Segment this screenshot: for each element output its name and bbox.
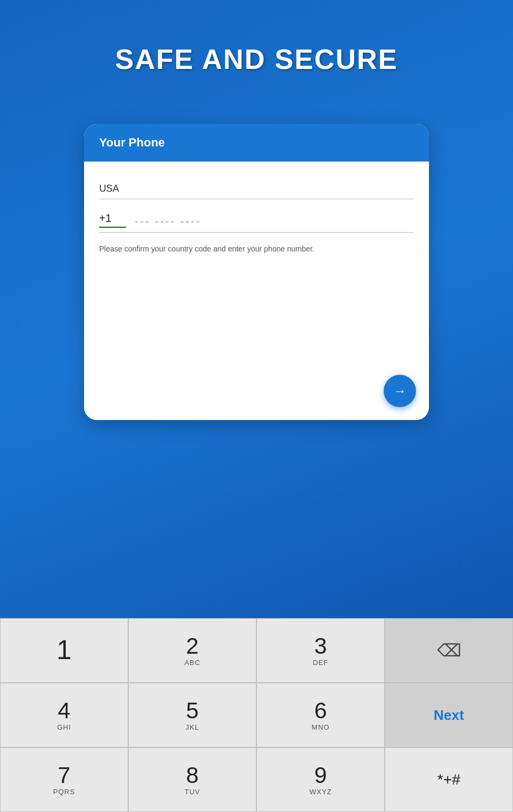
arrow-icon: →	[393, 383, 406, 398]
delete-icon: ⌫	[437, 640, 461, 661]
key-symbols[interactable]: *+#	[385, 747, 513, 812]
next-fab-button[interactable]: →	[384, 375, 416, 407]
key-7[interactable]: 7 PQRS	[0, 747, 128, 812]
card-header-title: Your Phone	[99, 136, 165, 149]
key-6[interactable]: 6 MNO	[256, 683, 385, 747]
help-text: Please confirm your country code and ent…	[99, 243, 414, 255]
key-9[interactable]: 9 WXYZ	[256, 747, 385, 812]
key-3[interactable]: 3 DEF	[256, 618, 385, 683]
card-header: Your Phone	[84, 124, 429, 162]
phone-placeholder: --- ---- ----	[135, 215, 414, 228]
key-2[interactable]: 2 ABC	[128, 618, 256, 683]
key-next[interactable]: Next	[385, 683, 513, 747]
country-field-group	[99, 179, 414, 199]
keypad: 1 2 ABC 3 DEF ⌫ 4 GHI 5 JKL 6 MNO Next 7…	[0, 618, 513, 812]
key-4[interactable]: 4 GHI	[0, 683, 128, 747]
key-delete[interactable]: ⌫	[385, 618, 513, 683]
phone-row: +1 --- ---- ----	[99, 212, 414, 233]
phone-card: Your Phone +1 --- ---- ---- Please confi…	[84, 124, 429, 420]
key-5[interactable]: 5 JKL	[128, 683, 256, 747]
key-8[interactable]: 8 TUV	[128, 747, 256, 812]
key-1[interactable]: 1	[0, 618, 128, 683]
card-body: +1 --- ---- ---- Please confirm your cou…	[84, 162, 429, 420]
country-input[interactable]	[99, 179, 414, 199]
country-code: +1	[99, 212, 126, 228]
page-title: SAFE AND SECURE	[115, 43, 398, 75]
